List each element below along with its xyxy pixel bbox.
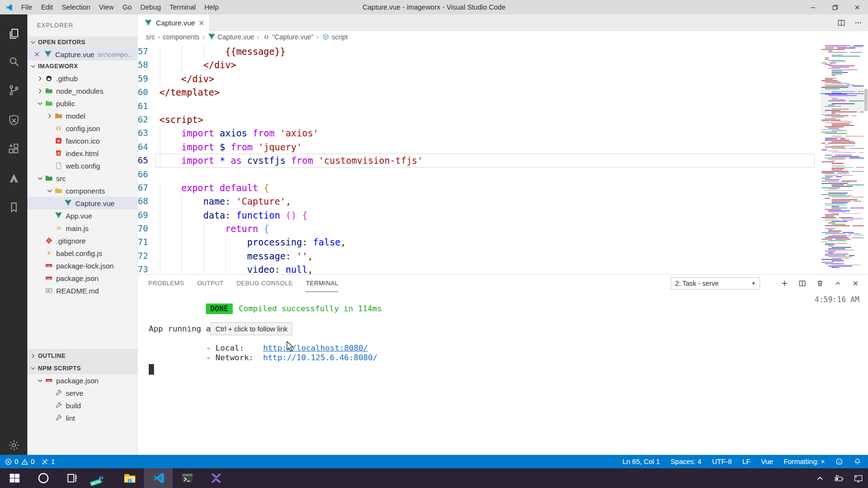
tree-item-build[interactable]: build <box>27 399 137 412</box>
menu-file[interactable]: File <box>17 0 36 14</box>
scrollbar-thumb[interactable] <box>864 89 868 111</box>
code-line-content[interactable]: <script> <box>159 113 820 126</box>
code-editor[interactable]: 57 {{message}}58 </div>59 </div>60</temp… <box>138 42 868 274</box>
code-line-content[interactable] <box>159 168 820 181</box>
cursor-position[interactable]: Ln 65, Col 1 <box>622 458 660 465</box>
code-line[interactable]: 58 </div> <box>138 58 820 72</box>
breadcrumb-item-components[interactable]: components <box>163 33 199 41</box>
code-line[interactable]: 68 name: 'Capture', <box>138 195 820 208</box>
open-editors-header[interactable]: OPEN EDITORS <box>27 37 137 48</box>
code-line[interactable]: 69 data: function () { <box>138 208 820 222</box>
tree-item-config-json[interactable]: {}config.json <box>27 122 137 134</box>
code-line[interactable]: 66 <box>138 168 820 181</box>
chevron-down-icon[interactable] <box>36 377 44 384</box>
menu-edit[interactable]: Edit <box>36 0 57 14</box>
tray-tray-expand[interactable] <box>810 468 830 488</box>
indentation[interactable]: Spaces: 4 <box>670 458 702 465</box>
code-line-content[interactable]: export default { <box>159 181 820 195</box>
breadcrumb-item-capture-vue[interactable]: {}"Capture.vue" <box>262 33 313 41</box>
minimap[interactable] <box>820 42 864 274</box>
activity-bookmarks[interactable] <box>0 197 27 218</box>
tree-item-babel-config-js[interactable]: bbabel.config.js <box>27 247 137 259</box>
menu-selection[interactable]: Selection <box>57 0 95 14</box>
taskbar-visual-studio[interactable] <box>202 468 230 488</box>
taskbar-powershell[interactable] <box>173 468 202 488</box>
terminal-selector[interactable]: 2: Task - serve ▼ <box>671 277 760 290</box>
panel-tab-terminal[interactable]: TERMINAL <box>306 275 338 292</box>
activity-search[interactable] <box>0 51 27 72</box>
breadcrumb-item-src[interactable]: src <box>146 33 155 41</box>
code-line-content[interactable] <box>159 99 820 113</box>
line-number[interactable]: 66 <box>138 168 159 181</box>
tree-item-components[interactable]: components <box>27 184 137 197</box>
code-line-content[interactable]: import * as cvstfjs from 'customvision-t… <box>159 154 820 167</box>
tree-item-web-config[interactable]: web.config <box>27 159 137 172</box>
editor-scrollbar[interactable] <box>864 42 868 274</box>
open-editor-item-capture-vue[interactable]: Capture.vue src\compo... <box>27 48 137 61</box>
taskbar-edge[interactable]: eBETA <box>86 468 115 488</box>
code-line[interactable]: 63 import axios from 'axios' <box>138 126 820 140</box>
code-line[interactable]: 64 import $ from 'jquery' <box>138 140 820 154</box>
code-line[interactable]: 60</template> <box>138 85 820 99</box>
eol-sequence[interactable]: LF <box>742 458 750 465</box>
tree-item-node-modules[interactable]: node_modules <box>27 85 137 97</box>
problems-errors[interactable]: 0 <box>5 458 18 465</box>
code-line[interactable]: 65 import * as cvstfjs from 'customvisio… <box>138 154 820 167</box>
code-line[interactable]: 73 video: null, <box>138 263 820 274</box>
code-line[interactable]: 72 message: '', <box>138 249 820 263</box>
code-line-content[interactable]: import $ from 'jquery' <box>159 140 820 154</box>
split-icon[interactable] <box>797 279 807 288</box>
code-line[interactable]: 71 processing: false, <box>138 235 820 249</box>
menu-terminal[interactable]: Terminal <box>165 0 200 14</box>
line-number[interactable]: 62 <box>138 113 159 126</box>
tree-item-lint[interactable]: lint <box>27 412 137 424</box>
tree-item-app-vue[interactable]: App.vue <box>27 209 137 222</box>
code-line[interactable]: 61 <box>138 99 820 113</box>
chevron-right-icon[interactable] <box>46 112 54 120</box>
tree-item-serve[interactable]: serve <box>27 387 137 399</box>
bell-icon[interactable] <box>854 458 861 465</box>
code-line-content[interactable]: </div> <box>159 58 820 72</box>
activity-explorer[interactable] <box>0 23 27 44</box>
taskbar-cortana[interactable] <box>29 468 58 488</box>
code-line-content[interactable]: processing: false, <box>159 235 820 249</box>
outline-header[interactable]: OUTLINE <box>27 349 137 362</box>
workspace-header[interactable]: IMAGEWORX <box>27 61 137 72</box>
restore-button[interactable] <box>824 0 846 14</box>
tray-display[interactable] <box>849 468 868 488</box>
breadcrumb-item-capture-vue[interactable]: Capture.vue <box>207 33 254 41</box>
terminal[interactable]: DONECompiled successfully in 114ms 4:59:… <box>138 292 868 455</box>
activity-debug[interactable] <box>0 110 27 131</box>
activity-azure[interactable] <box>0 168 27 189</box>
taskbar-vscode[interactable] <box>144 468 173 488</box>
close-icon[interactable] <box>198 19 205 27</box>
code-line[interactable]: 62<script> <box>138 113 820 126</box>
tree-item-package-json[interactable]: npmpackage.json <box>27 374 137 387</box>
code-line[interactable]: 59 </div> <box>138 72 820 85</box>
panel-tab-debug-console[interactable]: DEBUG CONSOLE <box>237 275 293 292</box>
activity-extensions[interactable] <box>0 138 27 159</box>
encoding[interactable]: UTF-8 <box>712 458 732 465</box>
tree-item-github[interactable]: .github <box>27 72 137 85</box>
taskbar-windows-start[interactable] <box>0 468 29 488</box>
line-number[interactable]: 70 <box>138 222 159 235</box>
line-number[interactable]: 67 <box>138 181 159 195</box>
menu-help[interactable]: Help <box>200 0 223 14</box>
chevron-right-icon[interactable] <box>36 87 44 95</box>
code-line-content[interactable]: video: null, <box>159 263 820 274</box>
taskbar-task-view[interactable] <box>58 468 86 488</box>
chevron-down-icon[interactable] <box>36 174 44 182</box>
line-number[interactable]: 73 <box>138 263 159 274</box>
smiley-icon[interactable] <box>835 458 843 465</box>
tree-item-main-js[interactable]: JSmain.js <box>27 222 137 234</box>
code-line-content[interactable]: import axios from 'axios' <box>159 126 820 140</box>
tray-battery[interactable] <box>830 468 849 488</box>
network-url-link[interactable]: http://10.125.6.46:8080/ <box>263 353 377 362</box>
tree-item-public[interactable]: public <box>27 97 137 110</box>
activity-source-control[interactable] <box>0 80 27 101</box>
menu-view[interactable]: View <box>95 0 118 14</box>
code-line[interactable]: 57 {{message}} <box>138 45 820 58</box>
panel-tab-problems[interactable]: PROBLEMS <box>148 275 184 292</box>
code-line[interactable]: 67 export default { <box>138 181 820 195</box>
line-number[interactable]: 71 <box>138 235 159 249</box>
